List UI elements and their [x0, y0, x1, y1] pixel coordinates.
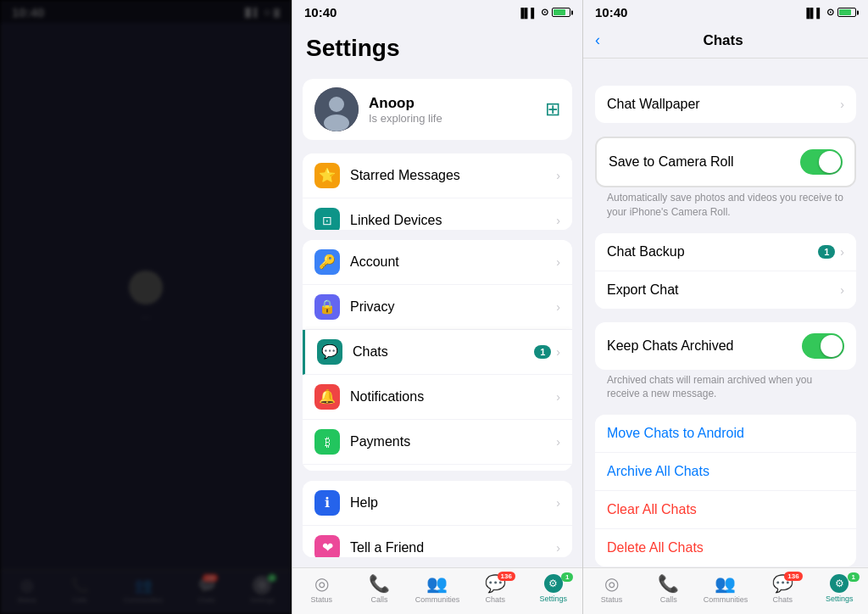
- middle-tab-communities[interactable]: 👥 Communities: [414, 573, 460, 604]
- chats-nav-header: ‹ Chats: [583, 23, 868, 59]
- back-button[interactable]: ‹: [595, 31, 600, 49]
- middle-tab-status[interactable]: ◎ Status: [298, 573, 345, 604]
- middle-status-icons: ▐▌▌ ⊙: [518, 7, 570, 18]
- save-camera-toggle[interactable]: [800, 149, 843, 175]
- spacer-1: [583, 72, 868, 86]
- save-camera-item[interactable]: Save to Camera Roll: [597, 138, 854, 186]
- keep-archived-label: Keep Chats Archived: [607, 338, 802, 354]
- clear-all-item[interactable]: Clear All Chats: [595, 491, 856, 529]
- middle-battery-icon: [552, 8, 570, 17]
- settings-item-storage[interactable]: 📊 Storage and Data ›: [303, 465, 572, 471]
- wallpaper-item[interactable]: Chat Wallpaper ›: [595, 86, 856, 123]
- profile-section: Anoop Is exploring life ⊞: [303, 79, 572, 143]
- keep-archived-toggle-knob: [821, 335, 843, 357]
- svg-point-2: [324, 114, 349, 131]
- notifications-icon: 🔔: [314, 384, 340, 410]
- move-android-item[interactable]: Move Chats to Android: [595, 415, 856, 453]
- wallpaper-group: Chat Wallpaper ›: [595, 86, 856, 123]
- right-tab-status[interactable]: ◎ Status: [588, 573, 635, 604]
- profile-name: Anoop: [369, 95, 535, 112]
- middle-battery-fill: [554, 9, 565, 15]
- settings-item-help[interactable]: ℹ Help ›: [303, 481, 572, 526]
- settings-item-linked[interactable]: ⊡ Linked Devices ›: [303, 198, 572, 230]
- middle-tab-status-label: Status: [310, 595, 332, 604]
- linked-icon: ⊡: [314, 208, 340, 230]
- delete-all-item[interactable]: Delete All Chats: [595, 529, 856, 567]
- right-tab-communities-icon: 👥: [715, 573, 736, 594]
- right-tab-chats-badge: 136: [784, 572, 802, 581]
- export-item[interactable]: Export Chat ›: [595, 271, 856, 309]
- middle-tab-status-icon: ◎: [314, 573, 329, 594]
- chats-label: Chats: [353, 344, 534, 360]
- linked-chevron: ›: [556, 214, 560, 227]
- links-group: Move Chats to Android Archive All Chats …: [595, 415, 856, 567]
- help-chevron: ›: [556, 496, 560, 510]
- middle-tab-chats-label: Chats: [486, 595, 506, 604]
- save-camera-toggle-knob: [819, 151, 841, 173]
- right-tab-calls[interactable]: 📞 Calls: [645, 573, 692, 604]
- friend-label: Tell a Friend: [350, 540, 556, 555]
- settings-item-starred[interactable]: ⭐ Starred Messages ›: [303, 154, 572, 198]
- profile-row[interactable]: Anoop Is exploring life ⊞: [303, 79, 572, 140]
- chats-badge: 1: [534, 345, 551, 359]
- right-status-time: 10:40: [595, 5, 627, 20]
- linked-label: Linked Devices: [350, 213, 556, 228]
- profile-status: Is exploring life: [369, 112, 535, 125]
- payments-icon: ₿: [314, 429, 340, 455]
- right-tab-communities[interactable]: 👥 Communities: [702, 573, 748, 604]
- friend-chevron: ›: [556, 541, 560, 555]
- backup-item[interactable]: Chat Backup 1 ›: [595, 233, 856, 271]
- avatar-image: [314, 87, 359, 131]
- left-tab-communities-label: Communities: [124, 596, 164, 604]
- account-icon: 🔑: [314, 249, 340, 275]
- middle-tab-communities-icon: 👥: [426, 573, 448, 594]
- left-tab-chats-badge: 130: [203, 574, 218, 582]
- left-signal-icon: ▐▌▌: [242, 8, 259, 17]
- middle-tab-chats[interactable]: 💬 Chats 136: [472, 573, 519, 604]
- friend-icon: ❤: [314, 535, 340, 557]
- settings-item-account[interactable]: 🔑 Account ›: [303, 240, 572, 285]
- chats-icon: 💬: [317, 339, 342, 365]
- settings-item-payments[interactable]: ₿ Payments ›: [303, 420, 572, 465]
- middle-status-time: 10:40: [304, 5, 337, 20]
- settings-item-notifications[interactable]: 🔔 Notifications ›: [303, 375, 572, 420]
- left-tab-communities-icon: 👥: [134, 576, 153, 594]
- chats-settings-panel: 10:40 ▐▌▌ ⊙ ‹ Chats Chat Wallpaper › Sav…: [583, 0, 868, 614]
- starred-chevron: ›: [556, 169, 560, 182]
- left-avatar: [129, 271, 163, 304]
- right-tab-communities-label: Communities: [704, 595, 748, 604]
- save-camera-description: Automatically save photos and videos you…: [607, 191, 844, 220]
- archive-all-label: Archive All Chats: [607, 464, 709, 479]
- left-panel: 10:40 ▐▌▌ ⊙ ▓ ··· ◎ Status 📞 Calls 👥 Com…: [0, 0, 292, 614]
- qr-icon[interactable]: ⊞: [545, 98, 560, 120]
- spacer-5: [583, 401, 868, 415]
- middle-tab-settings-badge: 1: [561, 572, 573, 582]
- delete-all-label: Delete All Chats: [607, 540, 704, 555]
- chats-chevron: ›: [556, 345, 560, 359]
- keep-archived-item[interactable]: Keep Chats Archived: [595, 322, 856, 370]
- left-tab-chats-label: Chats: [198, 596, 215, 604]
- middle-status-bar: 10:40 ▐▌▌ ⊙: [292, 0, 582, 23]
- settings-section-main: 🔑 Account › 🔒 Privacy › 💬 Chats 1 › 🔔 No…: [303, 240, 572, 471]
- left-tab-calls: 📞 Calls: [70, 576, 89, 604]
- right-tab-calls-label: Calls: [660, 595, 677, 604]
- right-tab-chats[interactable]: 💬 Chats 136: [760, 573, 806, 604]
- right-wifi-icon: ⊙: [826, 7, 834, 18]
- backup-label: Chat Backup: [607, 244, 818, 260]
- wallpaper-label: Chat Wallpaper: [607, 97, 840, 112]
- right-tab-calls-icon: 📞: [658, 573, 679, 594]
- settings-item-privacy[interactable]: 🔒 Privacy ›: [303, 285, 572, 330]
- archive-all-item[interactable]: Archive All Chats: [595, 453, 856, 491]
- right-tab-settings[interactable]: ⚙ Settings 1: [816, 574, 863, 603]
- middle-tab-settings[interactable]: ⚙ Settings 1: [530, 574, 576, 603]
- wallpaper-chevron: ›: [840, 98, 844, 111]
- keep-archived-toggle[interactable]: [802, 333, 844, 359]
- settings-item-chats[interactable]: 💬 Chats 1 ›: [303, 330, 572, 375]
- privacy-chevron: ›: [556, 300, 560, 314]
- left-tab-settings-badge: 1: [268, 574, 276, 582]
- middle-tab-settings-label: Settings: [539, 594, 567, 603]
- middle-tab-calls[interactable]: 📞 Calls: [356, 573, 403, 604]
- clear-all-label: Clear All Chats: [607, 502, 697, 517]
- right-tab-settings-label: Settings: [826, 594, 854, 603]
- settings-item-friend[interactable]: ❤ Tell a Friend ›: [303, 526, 572, 557]
